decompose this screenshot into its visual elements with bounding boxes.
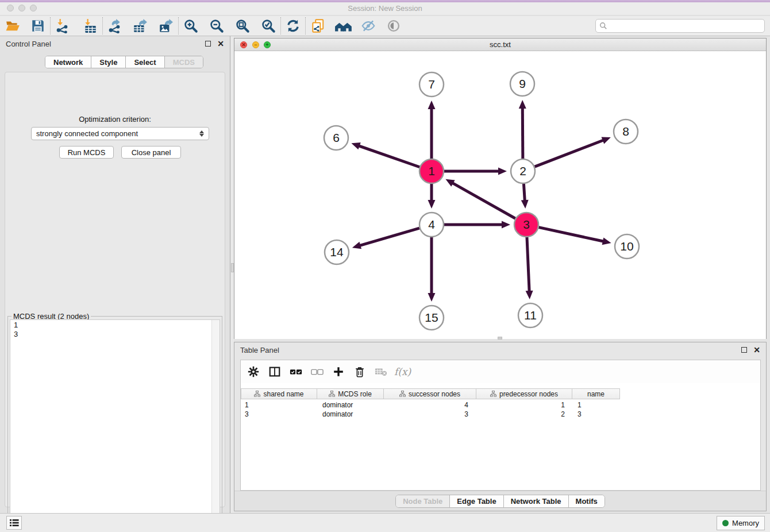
mcds-result-list[interactable]: 1 3: [10, 319, 220, 532]
delete-columns-icon[interactable]: [352, 364, 368, 380]
graph-edge-4-14[interactable]: [359, 228, 419, 245]
column-header-successor-nodes[interactable]: successor nodes: [384, 388, 476, 399]
first-neighbors-icon[interactable]: [334, 18, 353, 34]
graph-node-label: 9: [519, 77, 526, 90]
toolbar-separator: [305, 17, 306, 34]
graph-edge-3-11[interactable]: [527, 237, 529, 292]
tab-motifs[interactable]: Motifs: [569, 495, 605, 507]
hide-selected-icon[interactable]: [360, 18, 376, 34]
search-input[interactable]: [607, 22, 761, 30]
network-graph: 1234678910111415: [234, 51, 766, 339]
control-panel-tabs: Network Style Select MCDS: [45, 56, 203, 68]
column-type-icon: [329, 391, 335, 397]
save-session-icon[interactable]: [30, 18, 46, 34]
graph-edge-arrowhead: [602, 137, 611, 144]
graph-edge-arrowhead: [352, 242, 361, 249]
tab-style[interactable]: Style: [91, 56, 126, 68]
search-box[interactable]: [595, 19, 765, 33]
graph-edge-arrowhead: [428, 101, 436, 109]
refresh-icon[interactable]: [285, 18, 301, 34]
column-header-mcds-role[interactable]: MCDS role: [317, 388, 384, 399]
table-row[interactable]: 3 dominator 3 2 3: [241, 410, 760, 419]
column-header-name[interactable]: name: [572, 388, 620, 399]
mcds-result-item: 3: [10, 329, 220, 338]
memory-label: Memory: [732, 519, 759, 527]
control-panel-title: Control Panel: [6, 40, 51, 48]
graph-edge-2-3[interactable]: [523, 184, 525, 201]
export-table-icon[interactable]: [132, 18, 148, 34]
graph-node-label: 10: [620, 240, 633, 253]
graph-node-label: 2: [519, 164, 526, 178]
graph-node-label: 4: [428, 218, 435, 231]
run-mcds-button[interactable]: Run MCDS: [59, 146, 114, 159]
export-image-icon[interactable]: [158, 18, 174, 34]
network-resize-grip[interactable]: [498, 337, 502, 340]
toolbar-separator: [102, 17, 103, 34]
column-header-shared-name[interactable]: shared name: [241, 388, 317, 399]
task-list-icon: [10, 519, 19, 527]
window-title: Session: New Session: [0, 4, 770, 13]
import-network-icon[interactable]: [55, 18, 71, 34]
table-content: f(x) shared name MCDS role successor nod…: [240, 360, 761, 491]
table-tab-strip: Node Table Edge Table Network Table Moti…: [234, 491, 766, 511]
clone-network-icon[interactable]: [310, 18, 326, 34]
mcds-result-group: MCDS result (2 nodes) 1 3: [7, 316, 222, 532]
network-title: scc.txt: [234, 40, 766, 49]
close-panel-icon[interactable]: ✕: [217, 41, 224, 47]
select-all-columns-icon[interactable]: [288, 364, 304, 380]
graph-edge-arrowhead: [428, 200, 436, 209]
show-columns-icon[interactable]: [267, 364, 283, 380]
toolbar-separator: [50, 17, 51, 34]
zoom-selected-icon[interactable]: [260, 18, 276, 34]
graph-edge-2-8[interactable]: [535, 140, 604, 167]
task-history-button[interactable]: [6, 516, 22, 530]
column-header-predecessor-nodes[interactable]: predecessor nodes: [476, 388, 572, 399]
show-all-icon[interactable]: [386, 18, 402, 34]
graph-node-label: 7: [428, 78, 435, 91]
tab-network-table[interactable]: Network Table: [504, 495, 569, 507]
control-panel: Control Panel ✕ Network Style Select MCD…: [0, 36, 230, 513]
float-panel-icon[interactable]: [205, 41, 211, 47]
graph-edge-arrowhead: [526, 291, 533, 299]
float-table-panel-icon[interactable]: [741, 347, 747, 353]
graph-edge-3-10[interactable]: [538, 228, 603, 242]
open-file-icon[interactable]: [5, 18, 21, 34]
criterion-dropdown[interactable]: strongly connected component: [31, 127, 209, 140]
zoom-in-icon[interactable]: [183, 18, 199, 34]
memory-button[interactable]: Memory: [717, 516, 765, 530]
column-type-icon: [399, 391, 406, 397]
zoom-out-icon[interactable]: [209, 18, 225, 34]
tab-network[interactable]: Network: [45, 56, 91, 68]
table-settings-icon[interactable]: [245, 364, 261, 380]
graph-edge-1-6[interactable]: [359, 146, 420, 167]
graph-edge-3-1[interactable]: [452, 183, 515, 218]
result-scrollbar[interactable]: [211, 320, 220, 532]
tab-node-table[interactable]: Node Table: [396, 495, 450, 507]
graph-edge-2-9[interactable]: [522, 107, 523, 159]
graph-edge-arrowhead: [519, 100, 526, 109]
network-view-window: ✕ − + scc.txt 1234678910111415: [234, 38, 767, 339]
unselect-all-columns-icon[interactable]: [309, 364, 325, 380]
network-canvas[interactable]: 1234678910111415: [234, 51, 766, 339]
graph-edge-arrowhead: [502, 221, 510, 229]
graph-node-label: 14: [330, 245, 344, 259]
zoom-fit-icon[interactable]: [234, 18, 251, 34]
table-row[interactable]: 1 dominator 4 1 1: [241, 400, 760, 410]
criterion-value: strongly connected component: [36, 129, 138, 138]
close-panel-button[interactable]: Close panel: [121, 146, 181, 159]
toolbar-separator: [280, 17, 281, 34]
graph-edge-arrowhead: [521, 200, 529, 209]
vertical-splitter[interactable]: [230, 36, 234, 513]
import-table-icon[interactable]: [82, 18, 98, 34]
tab-select[interactable]: Select: [126, 56, 164, 68]
close-table-panel-icon[interactable]: ✕: [753, 347, 760, 353]
delete-table-icon-disabled: [373, 364, 389, 380]
create-column-icon[interactable]: [330, 364, 346, 380]
mcds-result-item: 1: [10, 320, 220, 329]
tab-edge-table[interactable]: Edge Table: [450, 495, 503, 507]
export-network-icon[interactable]: [107, 18, 123, 34]
mcds-tab-panel: Optimization criterion: strongly connect…: [5, 72, 225, 507]
network-window-titlebar[interactable]: ✕ − + scc.txt: [234, 38, 766, 51]
tab-mcds[interactable]: MCDS: [165, 56, 203, 68]
search-icon: [599, 22, 607, 30]
